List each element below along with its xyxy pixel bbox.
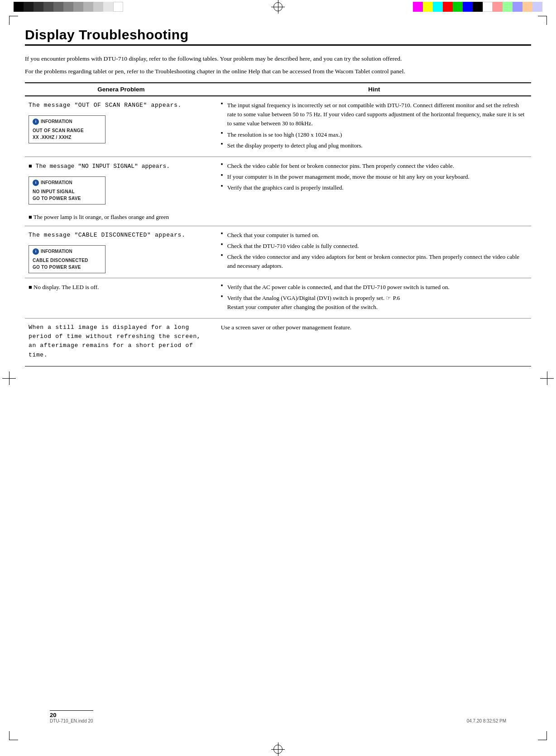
problem-cell-4: ■ No display. The LED is off. — [25, 278, 217, 318]
hint-cell-3: Check that your computer is turned on. C… — [217, 226, 531, 278]
info-box-3: i INFORMATION CABLE DISCONNECTEDGO TO PO… — [29, 245, 105, 273]
footer-date: 04.7.20 8:32:52 PM — [467, 718, 506, 723]
info-icon-3: i — [33, 248, 39, 255]
corner-mark-tr — [538, 16, 547, 25]
list-item: Verify that the Analog (VGA)/Digital (DV… — [221, 294, 527, 312]
table-row: The message "CABLE DISCONNECTED" appears… — [25, 226, 531, 278]
col-hint-header: Hint — [217, 83, 531, 96]
hint-list-2: Check the video cable for bent or broken… — [221, 162, 527, 192]
info-content-3: CABLE DISCONNECTEDGO TO POWER SAVE — [33, 257, 101, 271]
swatch-2 — [34, 2, 43, 12]
swatch-red — [443, 2, 453, 12]
swatch-yellow — [423, 2, 433, 12]
list-item: If your computer is in the power managem… — [221, 172, 527, 181]
swatch-6 — [73, 2, 83, 12]
swatch-5 — [63, 2, 73, 12]
list-item: Verify that the graphics card is properl… — [221, 183, 527, 192]
list-item: Check the video connector and any video … — [221, 252, 527, 271]
swatch-peach — [522, 2, 532, 12]
hint-plain-5: Use a screen saver or other power manage… — [221, 323, 527, 332]
footer: 20 DTU-710_EN.indd 20 04.7.20 8:32:52 PM — [50, 710, 506, 723]
hint-cell-4: Verify that the AC power cable is connec… — [217, 278, 531, 318]
list-item: Check that your computer is turned on. — [221, 231, 527, 240]
hint-cell-1: The input signal frequency is incorrectl… — [217, 96, 531, 157]
swatch-blue — [463, 2, 473, 12]
table-row: The message "OUT OF SCAN RANGE" appears.… — [25, 96, 531, 157]
swatch-magenta — [413, 2, 423, 12]
intro-para-2: For the problems regarding tablet or pen… — [25, 67, 531, 76]
info-header-label-2: INFORMATION — [41, 179, 72, 186]
list-item: Set the display property to detect plug … — [221, 141, 527, 150]
info-header-label-1: INFORMATION — [41, 118, 72, 125]
corner-mark-tl — [9, 16, 18, 25]
info-box-1: i INFORMATION OUT OF SCAN RANGExx .xkHz … — [29, 115, 105, 143]
hint-list-4: Verify that the AC power cable is connec… — [221, 283, 527, 312]
table-row: ■ The message "NO INPUT SIGNAL" appears.… — [25, 157, 531, 226]
swatch-8 — [93, 2, 103, 12]
top-right-swatches — [413, 2, 542, 12]
problem-text-3: The message "CABLE DISCONNECTED" appears… — [29, 231, 212, 240]
swatch-lavender — [532, 2, 542, 12]
top-left-swatches — [14, 2, 123, 12]
problem-text-1: The message "OUT OF SCAN RANGE" appears. — [29, 101, 212, 110]
hint-cell-2: Check the video cable for bent or broken… — [217, 157, 531, 226]
problem-cell-1: The message "OUT OF SCAN RANGE" appears.… — [25, 96, 217, 157]
swatch-lightblue — [513, 2, 522, 12]
list-item: Verify that the AC power cable is connec… — [221, 283, 527, 292]
list-item: The input signal frequency is incorrectl… — [221, 101, 527, 128]
info-icon-1: i — [33, 119, 39, 125]
swatch-7 — [83, 2, 93, 12]
swatch-green — [453, 2, 463, 12]
swatch-lightgreen — [503, 2, 513, 12]
table-row: ■ No display. The LED is off. Verify tha… — [25, 278, 531, 318]
swatch-white2 — [483, 2, 493, 12]
info-content-2: NO INPUT SIGNALGO TO POWER SAVE — [33, 188, 101, 202]
trouble-table: Genera Problem Hint The message "OUT OF … — [25, 82, 531, 366]
corner-mark-br — [538, 731, 547, 740]
swatch-cyan — [433, 2, 443, 12]
page-number: 20 — [50, 710, 93, 718]
list-item: Check the video cable for bent or broken… — [221, 162, 527, 171]
list-item: Check that the DTU-710 video cable is fu… — [221, 242, 527, 251]
corner-mark-bl — [9, 731, 18, 740]
swatch-lightred — [493, 2, 503, 12]
info-content-1: OUT OF SCAN RANGExx .xkHz / xxHz — [33, 127, 101, 141]
page-title: Display Troubleshooting — [25, 27, 531, 46]
info-icon-2: i — [33, 180, 39, 186]
crosshair-circle-bottom — [273, 745, 283, 754]
page-wrapper: Display Troubleshooting If you encounter… — [0, 0, 556, 756]
crosshair-circle-top — [273, 2, 283, 11]
main-content: Display Troubleshooting If you encounter… — [25, 27, 531, 729]
footer-left: 20 DTU-710_EN.indd 20 — [50, 710, 93, 723]
problem-text-5: When a still image is displayed for a lo… — [29, 323, 212, 360]
problem-text-2: ■ The message "NO INPUT SIGNAL" appears. — [29, 162, 212, 171]
info-header-3: i INFORMATION — [33, 248, 101, 255]
col-problem-header: Genera Problem — [25, 83, 217, 96]
hint-list-1: The input signal frequency is incorrectl… — [221, 101, 527, 150]
problem-cell-2: ■ The message "NO INPUT SIGNAL" appears.… — [25, 157, 217, 226]
swatch-1 — [24, 2, 34, 12]
info-box-2: i INFORMATION NO INPUT SIGNALGO TO POWER… — [29, 176, 105, 204]
info-header-2: i INFORMATION — [33, 179, 101, 186]
crosshair-right — [540, 371, 554, 385]
problem-cell-5: When a still image is displayed for a lo… — [25, 319, 217, 366]
table-row: When a still image is displayed for a lo… — [25, 319, 531, 366]
info-header-label-3: INFORMATION — [41, 248, 72, 255]
swatch-9 — [103, 2, 113, 12]
hint-list-3: Check that your computer is turned on. C… — [221, 231, 527, 271]
crosshair-left — [2, 371, 16, 385]
intro-para-1: If you encounter problems with DTU-710 d… — [25, 54, 531, 64]
info-header-1: i INFORMATION — [33, 118, 101, 125]
footer-filename: DTU-710_EN.indd 20 — [50, 718, 93, 723]
swatch-black2 — [473, 2, 483, 12]
swatch-3 — [43, 2, 53, 12]
swatch-black — [14, 2, 24, 12]
problem-text-4: ■ No display. The LED is off. — [29, 283, 212, 292]
hint-cell-5: Use a screen saver or other power manage… — [217, 319, 531, 366]
problem-cell-3: The message "CABLE DISCONNECTED" appears… — [25, 226, 217, 278]
swatch-4 — [53, 2, 63, 12]
swatch-white — [113, 2, 123, 12]
list-item: The resolution is se too high (1280 x 10… — [221, 130, 527, 139]
power-lamp-text: ■ The power lamp is lit orange, or flash… — [29, 213, 212, 222]
